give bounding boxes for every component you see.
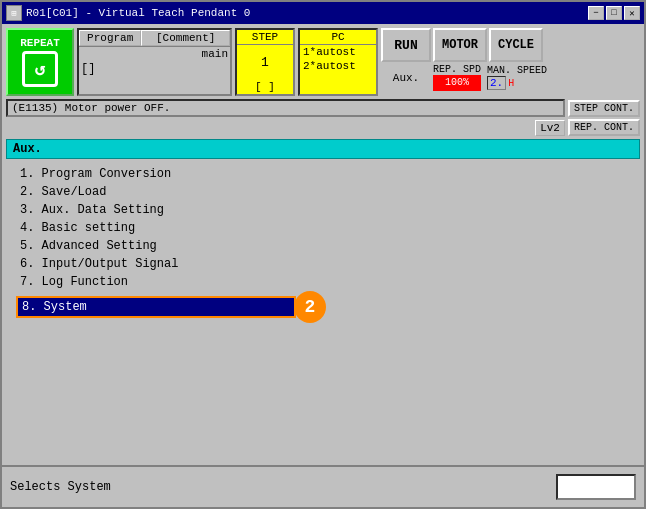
right-bottom-row: Aux. REP. SPD 100% MAN. SPEED 2. H xyxy=(381,64,640,91)
program-header: Program [Comment] xyxy=(79,30,230,47)
bottom-bar: Selects System xyxy=(2,465,644,507)
menu-list: 1. Program Conversion2. Save/Load3. Aux.… xyxy=(6,159,640,465)
aux-title-bar: Aux. xyxy=(6,139,640,159)
bottom-input[interactable] xyxy=(556,474,636,500)
window-icon: ⊞ xyxy=(6,5,22,21)
menu-item-row-6: 6. Input/Output Signal xyxy=(16,255,630,273)
aux-title: Aux. xyxy=(13,142,42,156)
menu-item-2[interactable]: 2. Save/Load xyxy=(16,183,296,201)
menu-item-6[interactable]: 6. Input/Output Signal xyxy=(16,255,296,273)
man-speed-h-indicator: H xyxy=(508,78,514,89)
repeat-button[interactable]: REPEAT ↺ xyxy=(6,28,74,96)
repeat-label: REPEAT xyxy=(20,37,60,49)
menu-item-3[interactable]: 3. Aux. Data Setting xyxy=(16,201,296,219)
minimize-button[interactable]: − xyxy=(588,6,604,20)
step-value: 1 xyxy=(237,45,293,80)
menu-item-row-4: 4. Basic setting xyxy=(16,219,630,237)
bracket-text: [ xyxy=(81,62,88,76)
man-speed-value: 2. xyxy=(487,76,506,90)
step-bracket: [ ] xyxy=(237,80,293,94)
step-cont-button[interactable]: STEP CONT. xyxy=(568,100,640,117)
lv2-row: Lv2 REP. CONT. xyxy=(2,117,644,136)
comment-label: [Comment] xyxy=(141,30,230,46)
close-button[interactable]: ✕ xyxy=(624,6,640,20)
rep-spd-label: REP. SPD xyxy=(433,64,481,75)
step-box: STEP 1 [ ] xyxy=(235,28,295,96)
title-controls: − □ ✕ xyxy=(588,6,640,20)
window-frame: ⊞ R01[C01] - Virtual Teach Pendant 0 − □… xyxy=(0,0,646,509)
program-box: Program [Comment] main [ ] xyxy=(77,28,232,96)
motor-button[interactable]: MOTOR xyxy=(433,28,487,62)
pc-box: PC 1*autost 2*autost xyxy=(298,28,378,96)
pc-label: PC xyxy=(300,30,376,45)
bracket-close: ] xyxy=(88,62,95,76)
aux-label: Aux. xyxy=(381,72,431,84)
menu-item-row-3: 3. Aux. Data Setting xyxy=(16,201,630,219)
cycle-button[interactable]: CYCLE xyxy=(489,28,543,62)
bottom-status: Selects System xyxy=(10,480,548,494)
title-bar: ⊞ R01[C01] - Virtual Teach Pendant 0 − □… xyxy=(2,2,644,24)
man-speed-section: MAN. SPEED 2. H xyxy=(487,65,547,90)
right-top-row: RUN MOTOR CYCLE xyxy=(381,28,640,62)
program-row: main xyxy=(79,47,230,61)
menu-item-row-5: 5. Advanced Setting xyxy=(16,237,630,255)
number-badge: 2 xyxy=(294,291,326,323)
right-panel: RUN MOTOR CYCLE Aux. REP. SPD 100% MAN. … xyxy=(381,28,640,96)
rep-spd-bar: 100% xyxy=(433,75,481,91)
menu-item-7[interactable]: 7. Log Function xyxy=(16,273,296,291)
repeat-arrows-icon: ↺ xyxy=(35,58,46,80)
controls-area: REPEAT ↺ Program [Comment] main [ ] STEP… xyxy=(2,24,644,96)
step-label: STEP xyxy=(237,30,293,45)
menu-item-row-7: 7. Log Function xyxy=(16,273,630,291)
repeat-icon: ↺ xyxy=(22,51,58,87)
pc-row1: 1*autost xyxy=(300,45,376,59)
menu-item-8[interactable]: 8. System xyxy=(16,296,296,318)
status-area: (E1135) Motor power OFF. STEP CONT. xyxy=(2,96,644,117)
menu-item-row-2: 2. Save/Load xyxy=(16,183,630,201)
run-button[interactable]: RUN xyxy=(381,28,431,62)
menu-item-row-8: 8. System2 xyxy=(16,291,630,323)
maximize-button[interactable]: □ xyxy=(606,6,622,20)
menu-item-row-1: 1. Program Conversion xyxy=(16,165,630,183)
menu-item-5[interactable]: 5. Advanced Setting xyxy=(16,237,296,255)
menu-item-4[interactable]: 4. Basic setting xyxy=(16,219,296,237)
window-title: R01[C01] - Virtual Teach Pendant 0 xyxy=(26,7,588,19)
man-speed-label: MAN. SPEED xyxy=(487,65,547,76)
rep-cont-button[interactable]: REP. CONT. xyxy=(568,119,640,136)
program-value: main xyxy=(202,48,228,60)
lv2-label: Lv2 xyxy=(535,120,565,136)
program-label: Program xyxy=(79,30,141,46)
bracket-row: [ ] xyxy=(79,61,230,77)
man-speed-value-row: 2. H xyxy=(487,76,547,90)
rep-spd-section: REP. SPD 100% xyxy=(433,64,481,91)
status-message: (E1135) Motor power OFF. xyxy=(6,99,565,117)
aux-section: Aux. 1. Program Conversion2. Save/Load3.… xyxy=(6,139,640,465)
menu-item-1[interactable]: 1. Program Conversion xyxy=(16,165,296,183)
pc-row2: 2*autost xyxy=(300,59,376,73)
